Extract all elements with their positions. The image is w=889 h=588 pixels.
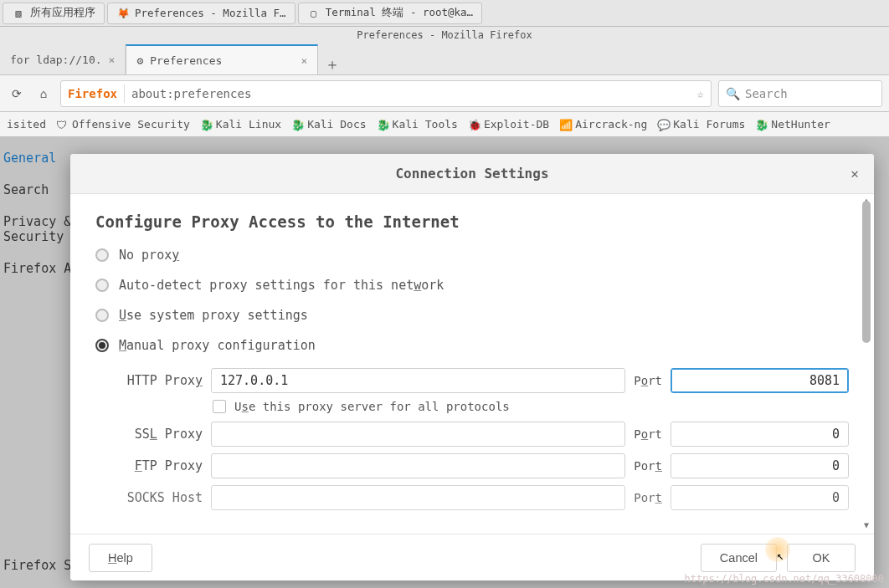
watermark: https://blog.csdn.net/qq_33608000 — [685, 573, 884, 585]
radio-icon[interactable] — [95, 279, 109, 292]
nav-toolbar: ⟳ ⌂ Firefox about:preferences ☆ 🔍 Search — [0, 75, 889, 112]
socks-host-input[interactable] — [211, 485, 625, 510]
taskbar-item-terminal[interactable]: ▢ Terminal 终端 - root@ka… — [298, 3, 483, 24]
dialog-body: Configure Proxy Access to the Internet N… — [70, 194, 874, 534]
sidebar-item-search[interactable]: Search — [3, 182, 77, 197]
bookmark-item[interactable]: 🐉NetHunter — [755, 118, 830, 130]
new-tab-button[interactable]: ＋ — [318, 54, 347, 74]
radio-icon[interactable] — [95, 248, 109, 262]
kali-icon: 🐉 — [291, 119, 303, 130]
port-label: Port — [634, 374, 662, 387]
gear-icon: ⚙ — [136, 54, 143, 67]
checkbox-icon[interactable] — [213, 400, 226, 413]
scroll-thumb[interactable] — [862, 201, 871, 343]
apps-icon: ▧ — [12, 7, 25, 20]
firefox-icon: 🦊 — [116, 7, 130, 20]
search-bar[interactable]: 🔍 Search — [718, 80, 882, 107]
kali-icon: 🐉 — [377, 119, 388, 130]
tab-preferences[interactable]: ⚙ Preferences × — [126, 44, 318, 74]
socks-proxy-row: SOCKS Host Port — [121, 485, 849, 510]
radio-auto-detect[interactable]: Auto-detect proxy settings for this netw… — [95, 278, 849, 293]
os-taskbar: ▧ 所有应用程序 🦊 Preferences - Mozilla F… ▢ Te… — [0, 0, 889, 27]
help-label: elp — [116, 551, 132, 565]
sidebar-item-general[interactable]: General — [3, 151, 77, 166]
taskbar-item-label: Terminal 终端 - root@ka… — [326, 6, 474, 20]
port-label: Port — [634, 427, 662, 441]
search-icon: 🔍 — [726, 87, 740, 100]
close-icon[interactable]: ✕ — [845, 165, 864, 183]
all-apps-label: 所有应用程序 — [30, 6, 95, 20]
bookmark-item[interactable]: 🐉Kali Linux — [200, 118, 281, 130]
bookmark-star-icon[interactable]: ☆ — [697, 87, 704, 100]
firefox-brand: Firefox — [68, 87, 117, 100]
taskbar-item-label: Preferences - Mozilla F… — [135, 7, 286, 19]
radio-label: Use system proxy settings — [119, 308, 308, 323]
radio-manual-proxy[interactable]: Manual proxy configuration — [95, 338, 849, 353]
close-icon[interactable]: × — [109, 54, 116, 66]
sidebar-footer[interactable]: Firefox Su — [3, 558, 79, 573]
connection-settings-dialog: Connection Settings ✕ Configure Proxy Ac… — [70, 154, 874, 580]
url-bar[interactable]: Firefox about:preferences ☆ — [60, 80, 712, 107]
http-port-input[interactable] — [671, 368, 849, 393]
dialog-header: Connection Settings ✕ — [70, 154, 874, 194]
url-text: about:preferences — [131, 87, 251, 100]
sidebar-item-account[interactable]: Firefox A — [3, 261, 77, 276]
home-icon[interactable]: ⌂ — [33, 84, 54, 104]
http-proxy-input[interactable] — [211, 368, 625, 393]
ssl-proxy-label: SSL Proxy — [121, 427, 203, 442]
window-title: Preferences - Mozilla Firefox — [0, 27, 889, 43]
ftp-proxy-label: FTP Proxy — [121, 458, 203, 473]
bookmark-item[interactable]: 🐉Kali Tools — [377, 118, 458, 130]
radio-no-proxy[interactable]: No proxy — [95, 248, 849, 263]
all-apps-button[interactable]: ▧ 所有应用程序 — [3, 3, 105, 24]
bookmark-item[interactable]: 🛡Offensive Security — [56, 118, 190, 130]
tab-label: for ldap://10. — [10, 54, 102, 66]
dialog-heading: Configure Proxy Access to the Internet — [95, 212, 849, 231]
http-proxy-row: HTTP Proxy Port — [121, 368, 849, 393]
proxy-fields: HTTP Proxy Port Use this proxy server fo… — [121, 368, 849, 510]
use-for-all-row[interactable]: Use this proxy server for all protocols — [213, 400, 849, 413]
help-button[interactable]: Help — [89, 544, 152, 572]
radio-icon[interactable] — [95, 309, 109, 322]
reload-icon[interactable]: ⟳ — [7, 84, 27, 104]
port-label: Port — [634, 459, 662, 473]
forum-icon: 💬 — [657, 119, 669, 130]
bookmarks-toolbar: isited 🛡Offensive Security 🐉Kali Linux 🐉… — [0, 112, 889, 137]
ssl-proxy-row: SSL Proxy Port — [121, 422, 849, 447]
ok-button[interactable]: OK — [787, 544, 856, 572]
wifi-icon: 📶 — [559, 119, 571, 130]
bookmark-item[interactable]: 🐉Kali Docs — [291, 118, 366, 130]
socks-host-label: SOCKS Host — [121, 490, 203, 505]
radio-label: No proxy — [119, 248, 179, 263]
scroll-down-icon[interactable]: ▼ — [861, 520, 872, 532]
tab-ldap[interactable]: for ldap://10. × — [0, 44, 126, 74]
close-icon[interactable]: × — [301, 54, 308, 67]
bug-icon: 🐞 — [468, 119, 480, 130]
dialog-title: Connection Settings — [395, 166, 548, 182]
cancel-button[interactable]: Cancel — [701, 544, 777, 572]
radio-label: Manual proxy configuration — [119, 338, 316, 353]
tab-label: Preferences — [150, 54, 222, 67]
bookmark-item[interactable]: isited — [7, 118, 46, 130]
kali-icon: 🐉 — [200, 119, 212, 130]
bookmark-item[interactable]: 📶Aircrack-ng — [559, 118, 647, 130]
ftp-port-input[interactable] — [671, 453, 849, 478]
socks-port-input[interactable] — [671, 485, 849, 510]
tab-bar: for ldap://10. × ⚙ Preferences × ＋ — [0, 43, 889, 75]
ftp-proxy-row: FTP Proxy Port — [121, 453, 849, 478]
radio-system-proxy[interactable]: Use system proxy settings — [95, 308, 849, 323]
divider — [124, 84, 125, 103]
sidebar-item-privacy[interactable]: Privacy & Security — [3, 214, 77, 244]
terminal-icon: ▢ — [307, 7, 321, 20]
scrollbar[interactable]: ▲ ▼ — [861, 201, 872, 527]
ssl-port-input[interactable] — [671, 422, 849, 447]
taskbar-item-firefox[interactable]: 🦊 Preferences - Mozilla F… — [107, 3, 295, 24]
bookmark-item[interactable]: 💬Kali Forums — [657, 118, 745, 130]
ssl-proxy-input[interactable] — [211, 422, 625, 447]
radio-label: Auto-detect proxy settings for this netw… — [119, 278, 444, 293]
ftp-proxy-input[interactable] — [211, 453, 625, 478]
bookmark-item[interactable]: 🐞Exploit-DB — [468, 118, 549, 130]
port-label: Port — [634, 491, 662, 504]
http-proxy-label: HTTP Proxy — [121, 373, 203, 388]
radio-icon[interactable] — [95, 339, 109, 352]
